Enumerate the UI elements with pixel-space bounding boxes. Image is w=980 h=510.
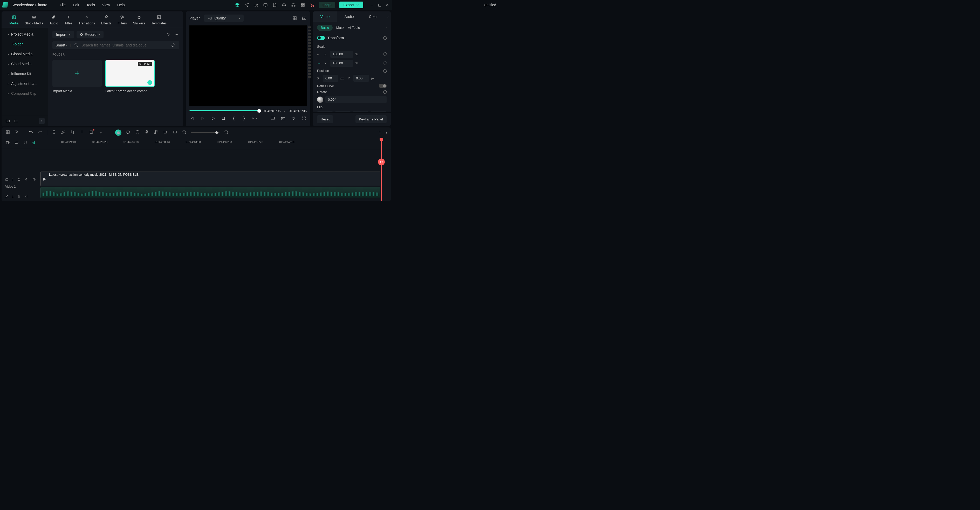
menu-edit[interactable]: Edit xyxy=(73,3,79,7)
transform-section[interactable]: Transform xyxy=(317,33,387,43)
save-icon[interactable] xyxy=(272,2,277,8)
fit-icon[interactable] xyxy=(172,130,178,135)
send-icon[interactable] xyxy=(244,2,249,8)
image-icon[interactable] xyxy=(302,16,307,21)
gift-icon[interactable] xyxy=(235,2,240,8)
tab-audio[interactable]: Audio xyxy=(49,14,58,25)
subtab-mask[interactable]: Mask xyxy=(336,26,344,30)
tab-media[interactable]: Media xyxy=(10,14,18,25)
mark-in-icon[interactable]: { xyxy=(231,115,237,121)
marker-plus-icon[interactable] xyxy=(163,130,168,135)
undo-icon[interactable] xyxy=(28,130,33,135)
smart-dropdown[interactable]: Smart▾ xyxy=(56,43,67,47)
zoom-slider[interactable] xyxy=(191,132,220,133)
reset-button[interactable]: Reset xyxy=(317,115,333,123)
sidebar-item-compound-clip[interactable]: ▸Compound Clip xyxy=(3,89,47,98)
cart-icon[interactable] xyxy=(310,2,315,8)
sidebar-item-project-media[interactable]: ▾Project Media xyxy=(3,30,47,39)
text-icon[interactable] xyxy=(80,130,84,135)
audio-waveform[interactable] xyxy=(40,187,380,198)
menu-tools[interactable]: Tools xyxy=(86,3,95,7)
zoom-out-icon[interactable] xyxy=(181,130,187,135)
tab-stickers[interactable]: Stickers xyxy=(133,14,145,25)
tab-filters[interactable]: Filters xyxy=(118,14,127,25)
progress-thumb[interactable] xyxy=(258,109,261,113)
filter-icon[interactable] xyxy=(166,32,171,37)
playhead-handle[interactable] xyxy=(380,138,383,142)
transform-toggle[interactable] xyxy=(317,36,325,40)
auto-icon[interactable] xyxy=(32,140,37,146)
monitor-icon[interactable] xyxy=(263,2,268,8)
crop-icon[interactable] xyxy=(70,130,75,135)
close-button[interactable]: ✕ xyxy=(385,3,390,7)
layout-icon[interactable] xyxy=(5,130,10,135)
keyframe-panel-button[interactable]: Keyframe Panel xyxy=(355,115,387,123)
mark-out-icon[interactable]: } xyxy=(241,115,247,121)
keyframe-diamond-icon[interactable] xyxy=(383,69,387,73)
collapse-sidebar-button[interactable] xyxy=(39,118,45,124)
preview-viewport[interactable] xyxy=(189,26,307,106)
timeline-ruler[interactable]: 01:44:24:04 01:44:28:23 01:44:33:18 01:4… xyxy=(40,138,391,149)
more-tools-icon[interactable]: » xyxy=(98,130,103,135)
ai-assistant-button[interactable]: 🤖 xyxy=(115,129,121,136)
audio-track-icon[interactable] xyxy=(5,194,10,200)
playhead[interactable]: ✂ xyxy=(381,138,382,201)
lock-icon[interactable] xyxy=(16,177,22,183)
speed-icon[interactable] xyxy=(89,130,94,135)
inspector-tab-audio[interactable]: Audio xyxy=(337,11,361,22)
tab-effects[interactable]: Effects xyxy=(101,14,111,25)
position-y-input[interactable] xyxy=(353,75,369,82)
mute-icon[interactable] xyxy=(24,194,29,200)
tab-titles[interactable]: Titles xyxy=(64,14,72,25)
magnet-icon[interactable] xyxy=(23,140,28,146)
sidebar-item-influence-kit[interactable]: ▸Influence Kit xyxy=(3,69,47,78)
keyframe-diamond-icon[interactable] xyxy=(383,61,387,65)
cut-icon[interactable] xyxy=(61,130,66,135)
maximize-button[interactable]: ▢ xyxy=(377,3,382,7)
more-icon[interactable]: ⋯ xyxy=(174,32,179,37)
zoom-thumb[interactable] xyxy=(215,131,218,134)
link-lock-icon[interactable]: ⫘ xyxy=(317,61,322,65)
playhead-cut-button[interactable]: ✂ xyxy=(378,159,385,165)
import-dropdown[interactable]: Import▾ xyxy=(52,30,74,38)
mute-icon[interactable] xyxy=(24,177,29,183)
snapshot-icon[interactable] xyxy=(280,115,286,121)
cloud-icon[interactable] xyxy=(282,2,287,8)
shield-icon[interactable] xyxy=(135,130,140,135)
display-icon[interactable] xyxy=(270,115,275,121)
sidebar-item-global-media[interactable]: ▸Global Media xyxy=(3,49,47,59)
sidebar-item-folder[interactable]: Folder xyxy=(3,40,47,49)
headphones-icon[interactable] xyxy=(291,2,296,8)
menu-file[interactable]: File xyxy=(60,3,66,7)
sidebar-item-cloud-media[interactable]: ▸Cloud Media xyxy=(3,59,47,69)
volume-icon[interactable] xyxy=(291,115,296,121)
grid-view-icon[interactable] xyxy=(292,16,298,21)
folder-icon[interactable] xyxy=(13,118,19,124)
quality-dropdown[interactable]: Full Quality▾ xyxy=(204,14,243,22)
video-track-icon[interactable] xyxy=(5,177,10,183)
inspector-tab-color[interactable]: Color xyxy=(361,11,385,22)
sidebar-item-adjustment-layer[interactable]: ▸Adjustment La... xyxy=(3,79,47,88)
export-button[interactable]: Export xyxy=(339,2,363,8)
path-curve-toggle[interactable] xyxy=(379,84,387,88)
chevron-right-icon[interactable]: › xyxy=(386,26,387,29)
progress-slider[interactable] xyxy=(189,110,259,112)
tab-templates[interactable]: Templates xyxy=(151,14,167,25)
rotate-knob[interactable] xyxy=(317,97,323,103)
add-track-icon[interactable] xyxy=(5,140,10,146)
subtab-basic[interactable]: Basic xyxy=(317,25,332,30)
search-input[interactable] xyxy=(81,43,168,47)
menu-help[interactable]: Help xyxy=(117,3,125,7)
keyframe-diamond-icon[interactable] xyxy=(383,36,387,40)
import-thumbnail[interactable]: + xyxy=(52,60,102,87)
next-frame-icon[interactable] xyxy=(200,115,205,121)
zoom-in-icon[interactable] xyxy=(224,130,229,135)
lock-icon[interactable] xyxy=(16,194,22,200)
music-icon[interactable] xyxy=(154,130,159,135)
record-button[interactable]: Record▾ xyxy=(76,30,103,38)
import-media-card[interactable]: + Import Media xyxy=(52,60,102,93)
media-clip-card[interactable]: 01:44:59 ✓ Latest Korean action comed... xyxy=(105,60,154,93)
play-icon[interactable] xyxy=(210,115,216,121)
tab-transitions[interactable]: Transitions xyxy=(79,14,95,25)
scale-x-input[interactable] xyxy=(330,51,353,57)
